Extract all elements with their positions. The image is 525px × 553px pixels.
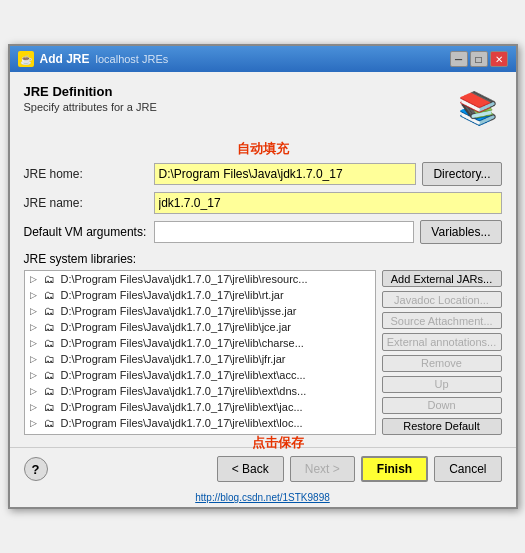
down-button[interactable]: Down bbox=[382, 397, 502, 414]
expand-icon: ▷ bbox=[29, 386, 39, 396]
libraries-area: ▷ 🗂 D:\Program Files\Java\jdk1.7.0_17\jr… bbox=[24, 270, 502, 435]
bottom-left: ? bbox=[24, 457, 54, 481]
save-label: 点击保存 bbox=[252, 434, 304, 452]
jre-home-label: JRE home: bbox=[24, 167, 154, 181]
window-title: Add JRE bbox=[40, 52, 90, 66]
list-item[interactable]: ▷ 🗂 D:\Program Files\Java\jdk1.7.0_17\jr… bbox=[25, 383, 375, 399]
list-item[interactable]: ▷ 🗂 D:\Program Files\Java\jdk1.7.0_17\jr… bbox=[25, 431, 375, 435]
cancel-button[interactable]: Cancel bbox=[434, 456, 501, 482]
section-subtitle: Specify attributes for a JRE bbox=[24, 101, 157, 113]
expand-icon: ▷ bbox=[29, 434, 39, 435]
jar-icon: 🗂 bbox=[43, 384, 57, 398]
expand-icon: ▷ bbox=[29, 338, 39, 348]
vm-args-row: Default VM arguments: Variables... bbox=[24, 220, 502, 244]
javadoc-location-button[interactable]: Javadoc Location... bbox=[382, 291, 502, 308]
title-bar: ☕ Add JRE localhost JREs ─ □ ✕ bbox=[10, 46, 516, 72]
help-button[interactable]: ? bbox=[24, 457, 48, 481]
jre-home-row: JRE home: Directory... bbox=[24, 162, 502, 186]
jre-name-input[interactable] bbox=[154, 192, 502, 214]
autofill-label: 自动填充 bbox=[24, 140, 502, 158]
jar-icon: 🗂 bbox=[43, 288, 57, 302]
expand-icon: ▷ bbox=[29, 322, 39, 332]
window-icon: ☕ bbox=[18, 51, 34, 67]
list-item[interactable]: ▷ 🗂 D:\Program Files\Java\jdk1.7.0_17\jr… bbox=[25, 335, 375, 351]
next-button[interactable]: Next > bbox=[290, 456, 355, 482]
libraries-label: JRE system libraries: bbox=[24, 252, 502, 266]
close-button[interactable]: ✕ bbox=[490, 51, 508, 67]
jar-icon: 🗂 bbox=[43, 416, 57, 430]
list-item[interactable]: ▷ 🗂 D:\Program Files\Java\jdk1.7.0_17\jr… bbox=[25, 271, 375, 287]
header-row: JRE Definition Specify attributes for a … bbox=[24, 84, 502, 132]
expand-icon: ▷ bbox=[29, 354, 39, 364]
list-item[interactable]: ▷ 🗂 D:\Program Files\Java\jdk1.7.0_17\jr… bbox=[25, 303, 375, 319]
section-title: JRE Definition bbox=[24, 84, 157, 99]
minimize-button[interactable]: ─ bbox=[450, 51, 468, 67]
bottom-bar: ? 点击保存 < Back Next > Finish Cancel bbox=[10, 447, 516, 490]
expand-icon: ▷ bbox=[29, 290, 39, 300]
jar-icon: 🗂 bbox=[43, 368, 57, 382]
jar-icon: 🗂 bbox=[43, 352, 57, 366]
title-bar-left: ☕ Add JRE localhost JREs bbox=[18, 51, 169, 67]
jre-name-label: JRE name: bbox=[24, 196, 154, 210]
variables-button[interactable]: Variables... bbox=[420, 220, 501, 244]
restore-default-button[interactable]: Restore Default bbox=[382, 418, 502, 435]
list-item[interactable]: ▷ 🗂 D:\Program Files\Java\jdk1.7.0_17\jr… bbox=[25, 399, 375, 415]
jre-home-input[interactable] bbox=[154, 163, 417, 185]
jre-icon: 📚 bbox=[454, 84, 502, 132]
expand-icon: ▷ bbox=[29, 418, 39, 428]
remove-button[interactable]: Remove bbox=[382, 355, 502, 372]
jre-name-row: JRE name: bbox=[24, 192, 502, 214]
back-button[interactable]: < Back bbox=[217, 456, 284, 482]
jar-icon: 🗂 bbox=[43, 336, 57, 350]
expand-icon: ▷ bbox=[29, 274, 39, 284]
list-item[interactable]: ▷ 🗂 D:\Program Files\Java\jdk1.7.0_17\jr… bbox=[25, 287, 375, 303]
libraries-list[interactable]: ▷ 🗂 D:\Program Files\Java\jdk1.7.0_17\jr… bbox=[24, 270, 376, 435]
expand-icon: ▷ bbox=[29, 370, 39, 380]
window-subtitle: localhost JREs bbox=[96, 53, 169, 65]
expand-icon: ▷ bbox=[29, 306, 39, 316]
header-text: JRE Definition Specify attributes for a … bbox=[24, 84, 157, 123]
up-button[interactable]: Up bbox=[382, 376, 502, 393]
external-annotations-button[interactable]: External annotations... bbox=[382, 333, 502, 350]
jar-icon: 🗂 bbox=[43, 304, 57, 318]
title-bar-buttons: ─ □ ✕ bbox=[450, 51, 508, 67]
maximize-button[interactable]: □ bbox=[470, 51, 488, 67]
jar-icon: 🗂 bbox=[43, 272, 57, 286]
finish-button[interactable]: Finish bbox=[361, 456, 428, 482]
expand-icon: ▷ bbox=[29, 402, 39, 412]
list-item[interactable]: ▷ 🗂 D:\Program Files\Java\jdk1.7.0_17\jr… bbox=[25, 319, 375, 335]
vm-args-input[interactable] bbox=[154, 221, 415, 243]
source-attachment-button[interactable]: Source Attachment... bbox=[382, 312, 502, 329]
add-external-jars-button[interactable]: Add External JARs... bbox=[382, 270, 502, 287]
jar-icon: 🗂 bbox=[43, 320, 57, 334]
list-item[interactable]: ▷ 🗂 D:\Program Files\Java\jdk1.7.0_17\jr… bbox=[25, 351, 375, 367]
side-buttons: Add External JARs... Javadoc Location...… bbox=[382, 270, 502, 435]
directory-button[interactable]: Directory... bbox=[422, 162, 501, 186]
list-item[interactable]: ▷ 🗂 D:\Program Files\Java\jdk1.7.0_17\jr… bbox=[25, 415, 375, 431]
bottom-right: 点击保存 < Back Next > Finish Cancel bbox=[54, 456, 502, 482]
vm-args-label: Default VM arguments: bbox=[24, 225, 154, 239]
main-content: JRE Definition Specify attributes for a … bbox=[10, 72, 516, 447]
watermark: http://blog.csdn.net/1STK9898 bbox=[10, 490, 516, 507]
list-item[interactable]: ▷ 🗂 D:\Program Files\Java\jdk1.7.0_17\jr… bbox=[25, 367, 375, 383]
add-jre-window: ☕ Add JRE localhost JREs ─ □ ✕ JRE Defin… bbox=[8, 44, 518, 509]
jar-icon: 🗂 bbox=[43, 400, 57, 414]
jar-icon: 🗂 bbox=[43, 432, 57, 435]
